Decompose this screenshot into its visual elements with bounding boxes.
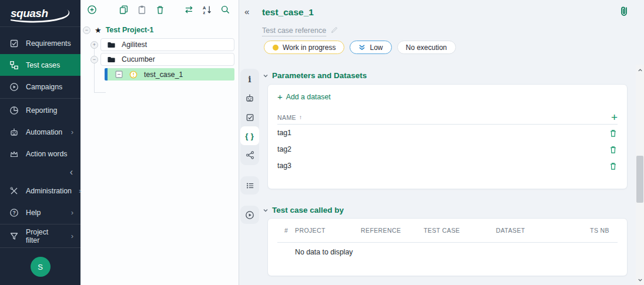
dataset-row[interactable]: tag3 [277,157,618,174]
folder-cucumber[interactable]: Cucumber [100,53,234,66]
column-header-name[interactable]: NAME [277,114,296,121]
tree-node-project[interactable]: − ★ Test Project-1 [83,24,239,36]
importance-label: Low [370,43,383,52]
swap-arrows-icon[interactable] [182,4,195,16]
sidebar-nav: Requirements Test cases Campaigns Report [0,27,80,249]
tree-node-test-case-selected[interactable]: test_case_1 [105,68,234,81]
add-circle-icon[interactable] [85,4,98,16]
sidebar-item-requirements[interactable]: Requirements [0,32,80,54]
tab-information[interactable]: i [240,70,259,89]
column-header-project: PROJECT [295,227,361,234]
tab-verified-requirements[interactable] [240,108,259,126]
sidebar-divider [0,247,80,248]
plus-icon: + [277,93,283,100]
sidebar-item-label: Requirements [26,39,71,48]
tab-executions[interactable] [240,207,259,223]
importance-badge[interactable]: Low [350,41,391,54]
paste-clipboard-icon[interactable] [135,4,148,16]
tab-group-main: i { } [240,69,259,165]
tab-automation[interactable] [240,89,259,108]
sidebar-collapse-button[interactable]: ‹ [0,165,80,180]
sidebar-item-label: Test cases [26,61,60,69]
folder-agilitest[interactable]: Agilitest [100,38,234,51]
dataset-row[interactable]: tag2 [277,141,618,157]
info-icon: i [248,75,251,84]
share-icon [246,150,254,159]
section-parameters-header[interactable]: Parameters and Datasets [263,71,367,80]
user-avatar[interactable]: S [31,257,51,277]
status-badge[interactable]: Work in progress [264,41,344,54]
delete-trash-icon[interactable] [609,129,618,138]
requirements-icon [9,39,19,48]
test-case-row[interactable]: test_case_1 [108,68,234,81]
add-parameter-plus-icon[interactable]: + [611,113,618,122]
column-header-reference: REFERENCE [361,227,424,234]
scroll-up-arrow-icon[interactable] [636,66,644,74]
test-case-label: test_case_1 [144,71,183,79]
avatar-area: S [0,249,80,285]
vertical-scrollbar[interactable] [636,65,644,285]
badges-row: Work in progress Low No execution [264,41,456,54]
dataset-name: tag3 [277,162,291,170]
tab-steps-list[interactable] [240,177,259,194]
expand-toggle[interactable]: + [90,41,98,49]
delete-trash-icon[interactable] [609,162,618,170]
sort-ascending-icon[interactable]: ↑ [299,114,302,120]
scroll-down-arrow-icon[interactable] [636,276,644,284]
test-case-tree: − ★ Test Project-1 + Agilitest − [80,24,239,81]
edit-pencil-icon[interactable] [330,26,338,36]
section-called-by-header[interactable]: Test case called by [263,206,344,214]
column-header-ts-nb: TS NB [590,227,618,234]
folder-icon [107,41,116,49]
called-by-card: # PROJECT REFERENCE TEST CASE DATASET TS… [267,218,628,276]
dataset-name: tag1 [277,129,291,137]
sidebar-item-project-filter[interactable]: Project filter › [0,225,80,247]
square-minus-icon[interactable] [115,71,123,78]
collapse-toggle[interactable]: − [90,56,98,63]
column-header-number: # [277,227,295,234]
execution-label: No execution [406,43,447,52]
attachment-paperclip-icon[interactable] [618,5,630,19]
crown-icon [9,149,19,159]
sidebar-item-automation[interactable]: Automation › [0,121,80,143]
sidebar-divider [0,224,80,224]
test-case-reference-field[interactable]: Test case reference [262,26,326,36]
warning-status-icon [129,71,137,79]
tab-calling-test-cases[interactable] [240,145,259,164]
sidebar-item-label: Automation [26,128,62,136]
folder-label: Agilitest [122,41,147,49]
status-label: Work in progress [283,43,336,52]
search-icon[interactable] [219,4,232,16]
test-cases-icon [9,61,19,70]
add-dataset-button[interactable]: + Add a dataset [277,93,331,101]
datasets-table-header: NAME ↑ + [277,110,618,125]
sidebar-item-action-words[interactable]: Action words [0,143,80,165]
squash-logo[interactable]: squash [0,0,80,27]
list-icon [246,181,254,190]
sidebar-item-campaigns[interactable]: Campaigns [0,76,80,98]
svg-text:squash: squash [11,7,48,19]
robot-icon [9,128,19,137]
sort-az-icon[interactable]: Az [200,4,213,16]
dataset-row[interactable]: tag1 [277,125,618,141]
svg-text:?: ? [12,210,15,216]
funnel-icon [9,232,19,241]
sidebar-item-test-cases[interactable]: Test cases [0,54,80,76]
copy-icon[interactable] [117,4,130,16]
tab-parameters-datasets[interactable]: { } [240,126,259,145]
status-dot-icon [273,45,279,51]
delete-trash-icon[interactable] [153,4,166,16]
sidebar-item-help[interactable]: ? Help › [0,202,80,223]
scrollbar-thumb[interactable] [636,156,643,203]
delete-trash-icon[interactable] [609,145,618,154]
campaigns-icon [9,82,19,92]
reference-row: Test case reference [262,26,338,36]
sidebar-item-label: Project filter [26,228,64,244]
project-label[interactable]: Test Project-1 [106,26,154,34]
collapse-toggle[interactable]: − [83,26,90,34]
sidebar-item-administration[interactable]: Administration › [0,180,80,202]
tree-toolbar-left [85,4,166,16]
sidebar-item-reporting[interactable]: Reporting [0,99,80,121]
collapse-pane-icon[interactable]: « [244,6,249,16]
chevron-right-icon: › [79,186,88,195]
